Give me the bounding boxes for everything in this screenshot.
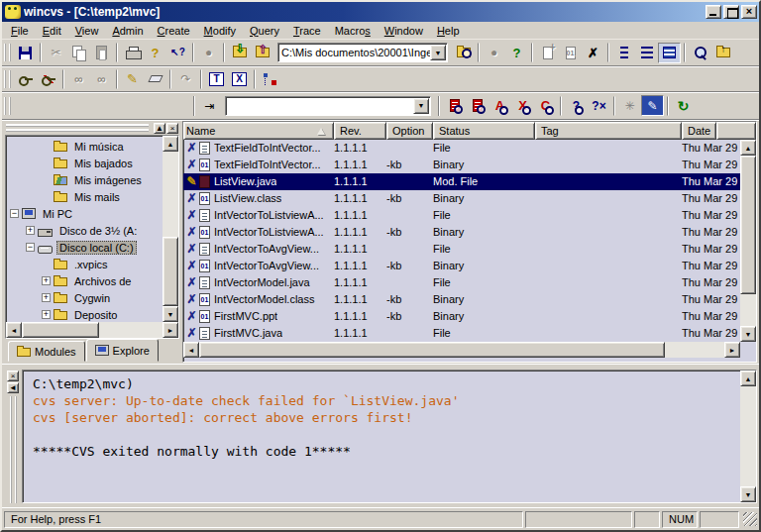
scroll-left-icon[interactable]: ◄: [6, 322, 22, 338]
view-icons-button[interactable]: [612, 43, 635, 63]
watch-on-button[interactable]: ∞: [67, 68, 90, 89]
filter-combobox[interactable]: ▼: [225, 96, 431, 116]
add-files-button[interactable]: [536, 43, 559, 63]
menu-item[interactable]: File: [4, 23, 36, 39]
tree-item[interactable]: .xvpics: [6, 256, 163, 272]
flat-mode-button[interactable]: ✎: [641, 95, 664, 116]
scroll-up-icon[interactable]: ▲: [740, 371, 756, 386]
tree-vertical-scrollbar[interactable]: ▲ ▼: [163, 136, 178, 322]
stop-cvs-button[interactable]: ●: [483, 43, 505, 63]
IntVectorModel.class[interactable]: IntVectorModel.class 1.1.1.1 -kb Binary …: [183, 291, 740, 308]
toolbar-gripper[interactable]: [4, 97, 11, 115]
FirstMVC.java[interactable]: FirstMVC.java 1.1.1.1 File Thu Mar 29: [183, 325, 740, 342]
lock-files-button[interactable]: [14, 68, 37, 89]
column-header[interactable]: Tag: [535, 122, 682, 140]
checkin-files-button[interactable]: [251, 43, 273, 63]
unlock-files-button[interactable]: [37, 68, 59, 89]
browse-location-button[interactable]: [452, 43, 475, 63]
edit-file-button[interactable]: ✎: [121, 68, 144, 89]
TextFieldToIntVector...[interactable]: TextFieldToIntVector... 1.1.1.1 -kb Bina…: [183, 157, 740, 173]
scroll-up-icon[interactable]: ▲: [163, 136, 178, 152]
tree-item[interactable]: Mis bajados: [6, 155, 163, 171]
ListView.java[interactable]: ListView.java 1.1.1.1 Mod. File Thu Mar …: [183, 173, 740, 190]
up-one-level-button[interactable]: [711, 43, 734, 63]
scroll-left-icon[interactable]: ◄: [183, 342, 199, 358]
IntVectorToListviewA...[interactable]: IntVectorToListviewA... 1.1.1.1 -kb Bina…: [183, 224, 740, 241]
scroll-down-icon[interactable]: ▼: [740, 326, 756, 342]
view-report-button[interactable]: [658, 43, 681, 63]
panel-close-button[interactable]: ×: [166, 123, 178, 134]
tree-item[interactable]: Deposito: [6, 306, 163, 322]
toolbar-gripper[interactable]: [4, 70, 11, 88]
menu-item[interactable]: Window: [378, 23, 430, 39]
IntVectorToAvgView...[interactable]: IntVectorToAvgView... 1.1.1.1 -kb Binary…: [183, 258, 740, 274]
list-horizontal-scrollbar[interactable]: ◄ ►: [183, 342, 740, 358]
menu-item[interactable]: Admin: [105, 23, 150, 39]
tree-item[interactable]: Disco local (C:): [6, 239, 163, 256]
view-list-button[interactable]: [635, 43, 658, 63]
shell-macros-button[interactable]: X: [228, 68, 251, 89]
menu-item[interactable]: Help: [430, 23, 467, 39]
IntVectorModel.java[interactable]: IntVectorModel.java 1.1.1.1 File Thu Mar…: [183, 274, 740, 291]
column-header[interactable]: Name: [183, 122, 334, 140]
column-header[interactable]: Option: [386, 122, 433, 140]
unedit-file-button[interactable]: [144, 68, 166, 89]
expand-toggle-icon[interactable]: [42, 310, 51, 319]
print-button[interactable]: [121, 43, 144, 63]
expand-toggle-icon[interactable]: [10, 209, 19, 218]
graph-button[interactable]: [259, 68, 281, 89]
expand-toggle-icon[interactable]: [42, 293, 51, 302]
copy-button[interactable]: [67, 43, 90, 63]
console-vertical-scrollbar[interactable]: ▲ ▼: [740, 371, 756, 502]
filter-arrow-button[interactable]: ⇥: [198, 95, 221, 116]
expand-toggle-icon[interactable]: [26, 226, 35, 235]
filter-combobox-dropdown[interactable]: ▼: [413, 98, 429, 114]
browser-tab[interactable]: Explore: [86, 339, 159, 362]
FirstMVC.ppt[interactable]: FirstMVC.ppt 1.1.1.1 -kb Binary Thu Mar …: [183, 308, 740, 325]
scrollbar-thumb[interactable]: [22, 322, 99, 338]
scroll-down-icon[interactable]: ▼: [740, 486, 756, 502]
expand-toggle-icon[interactable]: [26, 243, 35, 252]
search-files-button[interactable]: [689, 43, 711, 63]
maximize-button[interactable]: [723, 5, 739, 19]
reset-filter-button[interactable]: ✳: [618, 95, 641, 116]
menu-item[interactable]: Trace: [286, 23, 328, 39]
menu-item[interactable]: Modify: [197, 23, 243, 39]
IntVectorToAvgView...[interactable]: IntVectorToAvgView... 1.1.1.1 File Thu M…: [183, 241, 740, 258]
add-binary-files-button[interactable]: [559, 43, 582, 63]
tree-item[interactable]: Cygwin: [6, 289, 163, 306]
console-close-button[interactable]: ×: [7, 371, 19, 381]
scrollbar-thumb[interactable]: [740, 156, 756, 294]
console-dock-button[interactable]: ◄: [7, 382, 19, 393]
filter-unknown-button[interactable]: ?: [565, 95, 588, 116]
panel-gripper-ridges[interactable]: [6, 124, 149, 132]
minimize-button[interactable]: [706, 5, 721, 19]
paste-button[interactable]: [90, 43, 113, 63]
toolbar-gripper[interactable]: [4, 44, 11, 61]
panel-collapse-button[interactable]: ▲: [154, 123, 165, 134]
cut-button[interactable]: ✂: [45, 43, 67, 63]
IntVectorToListviewA...[interactable]: IntVectorToListviewA... 1.1.1.1 File Thu…: [183, 207, 740, 224]
console-gripper[interactable]: [10, 396, 17, 503]
path-combobox-dropdown[interactable]: ▼: [430, 45, 446, 60]
about-help-button[interactable]: ?: [144, 43, 166, 63]
stop-command-button[interactable]: ●: [197, 43, 220, 63]
delete-files-button[interactable]: ✗: [582, 43, 604, 63]
TextFieldToIntVector...[interactable]: TextFieldToIntVector... 1.1.1.1 File Thu…: [183, 140, 740, 157]
scroll-down-icon[interactable]: ▼: [163, 306, 178, 322]
filter-conflict-button[interactable]: C: [534, 95, 557, 116]
tcl-macros-button[interactable]: T: [205, 68, 228, 89]
tree-item[interactable]: Mis imágenes: [6, 171, 163, 188]
tree-item[interactable]: Archivos de: [6, 272, 163, 289]
browser-tab[interactable]: Modules: [8, 341, 85, 362]
filter-modified-button[interactable]: [466, 95, 489, 116]
scroll-up-icon[interactable]: ▲: [740, 140, 756, 156]
tree-item[interactable]: Mi PC: [6, 205, 163, 222]
filter-added-button[interactable]: A: [489, 95, 511, 116]
panel-gripper[interactable]: ▲ ×: [4, 121, 180, 135]
menu-item[interactable]: Edit: [36, 23, 68, 39]
close-button[interactable]: ×: [741, 5, 757, 19]
scrollbar-thumb[interactable]: [163, 237, 178, 306]
column-header[interactable]: Date: [682, 122, 716, 140]
release-module-button[interactable]: ↷: [174, 68, 197, 89]
